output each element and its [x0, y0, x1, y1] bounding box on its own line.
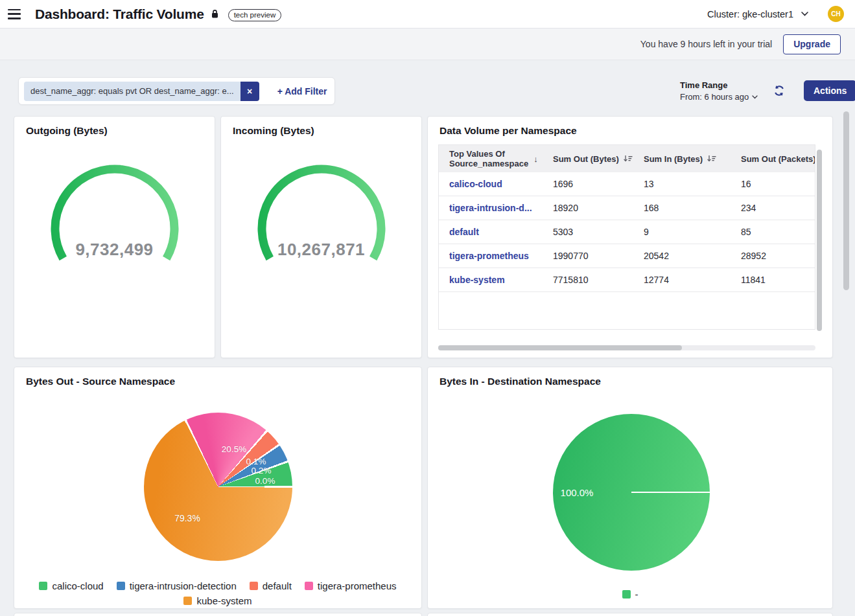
pie-slice-label: 0.2%	[252, 466, 272, 475]
legend-item[interactable]: kube-system	[183, 595, 252, 606]
cell-sum-in: 12774	[633, 275, 731, 285]
gauge-value: 10,267,871	[221, 240, 421, 260]
legend-item[interactable]: default	[250, 580, 292, 591]
table-horizontal-scrollbar[interactable]	[438, 345, 682, 350]
chevron-down-icon	[752, 95, 758, 99]
cluster-selector[interactable]: Cluster: gke-cluster1	[707, 9, 808, 19]
pie-legend: calico-cloud tigera-intrusion-detection …	[14, 580, 421, 606]
page-vertical-scrollbar[interactable]	[843, 111, 849, 290]
column-header-sum-out-bytes[interactable]: Sum Out (Bytes)	[543, 154, 633, 164]
legend-swatch	[117, 582, 125, 590]
upgrade-button[interactable]: Upgrade	[783, 34, 841, 54]
legend-swatch	[305, 582, 313, 590]
namespace-link[interactable]: kube-system	[439, 275, 543, 285]
legend-swatch	[250, 582, 258, 590]
cell-packets: 85	[731, 227, 815, 237]
cell-sum-out: 18920	[543, 203, 633, 213]
cell-sum-out: 1990770	[543, 251, 633, 261]
cell-sum-out: 5303	[543, 227, 633, 237]
next-row-card-edge	[14, 613, 422, 616]
trial-banner: You have 9 hours left in your trial Upgr…	[0, 29, 855, 60]
chevron-down-icon	[801, 12, 808, 16]
pie-slice-label: 100.0%	[561, 487, 594, 498]
table-row: default 5303 9 85	[439, 220, 815, 244]
lock-icon	[211, 9, 219, 19]
pie-slice-label: 20.5%	[222, 444, 246, 454]
pie-slice-divider	[631, 492, 710, 493]
card-incoming-bytes: Incoming (Bytes) 10,267,871	[220, 116, 422, 358]
refresh-button[interactable]	[773, 84, 786, 97]
time-range-value: From: 6 hours ago	[680, 92, 749, 102]
table-row: tigera-prometheus 1990770 20542 28952	[439, 244, 815, 268]
cell-packets: 11841	[731, 275, 815, 285]
sort-icon	[707, 155, 716, 163]
card-title: Outgoing (Bytes)	[14, 117, 215, 137]
namespace-link[interactable]: default	[439, 227, 543, 237]
table-horizontal-scrollbar-track	[438, 345, 815, 350]
cell-sum-in: 13	[633, 179, 731, 189]
pie-legend: -	[428, 589, 832, 600]
column-header-sum-out-packets[interactable]: Sum Out (Packets)	[731, 154, 815, 164]
pie-slice-label: 0.1%	[246, 457, 266, 466]
gauge-value: 9,732,499	[14, 240, 215, 260]
cell-packets: 16	[731, 179, 815, 189]
table-vertical-scrollbar[interactable]	[817, 150, 822, 331]
table-row: kube-system 7715810 12774 11841	[439, 268, 815, 292]
cell-packets: 234	[731, 203, 815, 213]
sort-icon	[623, 155, 633, 163]
filter-chip[interactable]: dest_name_aggr: equals pvt OR dest_name_…	[24, 82, 259, 101]
card-bytes-out-pie: Bytes Out - Source Namespace 20.5% 0.1% …	[14, 367, 422, 609]
cell-sum-in: 168	[633, 203, 731, 213]
legend-item[interactable]: tigera-prometheus	[305, 580, 397, 591]
column-header-source-namespace[interactable]: Top Values Of Source_namespace ↓	[439, 149, 543, 168]
legend-swatch	[622, 590, 631, 599]
add-filter-button[interactable]: + Add Filter	[277, 86, 327, 97]
avatar[interactable]: CH	[828, 6, 844, 22]
card-data-volume-table: Data Volume per Namespace Top Values Of …	[427, 116, 833, 358]
card-outgoing-bytes: Outgoing (Bytes) 9,732,499	[14, 116, 215, 358]
card-title: Bytes Out - Source Namespace	[14, 367, 421, 387]
legend-item[interactable]: tigera-intrusion-detection	[117, 580, 237, 591]
legend-swatch	[183, 597, 192, 605]
column-header-sum-in-bytes[interactable]: Sum In (Bytes)	[633, 154, 731, 164]
actions-button[interactable]: Actions	[804, 80, 855, 101]
table-row: calico-cloud 1696 13 16	[439, 172, 815, 196]
legend-item[interactable]: calico-cloud	[39, 580, 103, 591]
legend-item[interactable]: -	[622, 589, 638, 600]
card-title: Bytes In - Destination Namespace	[428, 367, 832, 387]
page-title: Dashboard: Traffic Volume	[35, 6, 204, 22]
time-range-label: Time Range	[680, 80, 758, 90]
time-range: Time Range From: 6 hours ago	[680, 80, 758, 102]
pie-slice-label: 79.3%	[174, 513, 200, 523]
cell-sum-out: 7715810	[543, 275, 633, 285]
time-range-dropdown[interactable]: From: 6 hours ago	[680, 92, 758, 102]
sort-down-arrow-icon: ↓	[533, 154, 538, 164]
filter-bar: dest_name_aggr: equals pvt OR dest_name_…	[18, 77, 335, 105]
card-title: Incoming (Bytes)	[221, 117, 421, 137]
trial-message: You have 9 hours left in your trial	[640, 39, 772, 49]
namespace-link[interactable]: tigera-intrusion-d...	[439, 203, 543, 213]
card-bytes-in-pie: Bytes In - Destination Namespace 100.0% …	[427, 367, 833, 609]
namespace-link[interactable]: calico-cloud	[439, 179, 543, 189]
filter-chip-label: dest_name_aggr: equals pvt OR dest_name_…	[24, 82, 240, 101]
cell-sum-out: 1696	[543, 179, 633, 189]
table-header-row: Top Values Of Source_namespace ↓ Sum Out…	[439, 145, 815, 172]
cell-packets: 28952	[731, 251, 815, 261]
namespace-link[interactable]: tigera-prometheus	[439, 251, 543, 261]
card-title: Data Volume per Namespace	[428, 117, 832, 137]
remove-filter-button[interactable]: ×	[240, 82, 259, 101]
cell-sum-in: 20542	[633, 251, 731, 261]
legend-swatch	[39, 582, 47, 590]
pie-slice-label: 0.0%	[255, 476, 275, 486]
next-row-card-edge	[427, 613, 833, 616]
hamburger-menu-icon[interactable]	[8, 9, 21, 19]
app-header: Dashboard: Traffic Volume tech preview C…	[0, 0, 855, 29]
cell-sum-in: 9	[633, 227, 731, 237]
table-row: tigera-intrusion-d... 18920 168 234	[439, 196, 815, 220]
refresh-icon	[773, 84, 786, 97]
pie-chart-bytes-out[interactable]	[144, 413, 292, 561]
tech-preview-badge: tech preview	[228, 9, 282, 21]
cluster-label: Cluster: gke-cluster1	[707, 9, 793, 19]
namespace-table: Top Values Of Source_namespace ↓ Sum Out…	[438, 144, 815, 330]
